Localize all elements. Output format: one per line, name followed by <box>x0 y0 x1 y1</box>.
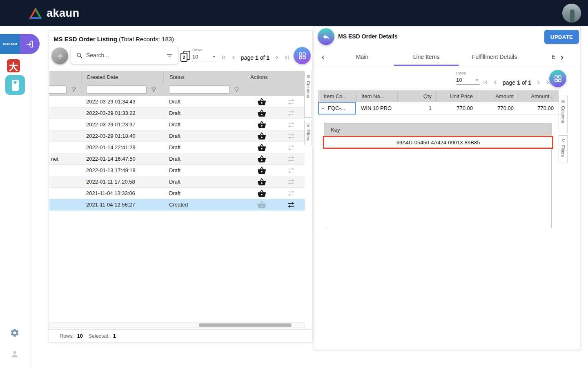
filter-input-created-date[interactable] <box>86 85 147 94</box>
transfer-icon[interactable] <box>287 189 296 198</box>
filter-list-icon[interactable] <box>166 52 173 59</box>
multi-page-icon[interactable]: 2 <box>180 51 191 62</box>
table-row[interactable]: 2022-03-29 01:33:22 Draft <box>49 108 305 119</box>
transfer-icon[interactable] <box>287 97 296 106</box>
table-side-tabs: Columns Filters <box>304 71 312 145</box>
page-front-sheet: 2 <box>180 53 187 62</box>
funnel-icon[interactable] <box>151 87 157 93</box>
horizontal-scrollbar[interactable] <box>49 322 305 328</box>
table-row[interactable]: 2021-11-04 13:33:06 Draft <box>49 188 305 199</box>
transfer-icon[interactable] <box>287 143 296 152</box>
settings-gear-icon[interactable] <box>10 328 20 338</box>
table-row[interactable]: 2022-01-11 17:20:58 Draft <box>49 176 305 188</box>
license-key-highlighted-row[interactable]: 69A4D-05450-4A424-09013-89B85 <box>323 136 553 149</box>
columns-side-tab[interactable]: Columns <box>304 71 312 118</box>
columns-icon <box>561 99 566 104</box>
table-row[interactable]: 2022-01-13 17:49:19 Draft <box>49 165 305 176</box>
col-header-amount[interactable]: Amount <box>478 90 519 102</box>
tabs-scroll-left-icon[interactable] <box>320 54 327 61</box>
col-header-amount-2[interactable]: Amount... <box>519 90 559 102</box>
basket-icon[interactable] <box>257 132 266 141</box>
section-divider <box>314 237 559 237</box>
col-header-unit-price[interactable]: Unit Price <box>437 90 478 102</box>
open-app-button[interactable] <box>20 34 40 54</box>
basket-icon[interactable] <box>257 177 266 186</box>
table-row[interactable]: net 2022-01-14 16:47:50 Draft <box>49 153 305 165</box>
columns-side-tab[interactable]: Columns <box>559 96 568 133</box>
ingram-app-tile[interactable]: INGRAM <box>0 34 20 54</box>
funnel-icon[interactable] <box>234 87 240 93</box>
listing-title: MS ESD Order Listing (Total Records: 183… <box>53 36 174 43</box>
user-avatar[interactable] <box>562 3 581 23</box>
transfer-icon[interactable] <box>287 155 296 164</box>
next-page-icon[interactable] <box>535 79 542 86</box>
col-header-item-code[interactable]: Item Co... <box>318 90 356 102</box>
col-header-0[interactable] <box>49 71 81 83</box>
profile-person-icon[interactable] <box>10 350 19 359</box>
tab-truncated[interactable]: E <box>551 54 557 60</box>
col-header-qty[interactable]: Qty <box>397 90 437 102</box>
table-row[interactable]: 2022-03-29 01:18:40 Draft <box>49 130 305 142</box>
scrollbar-thumb[interactable] <box>199 323 292 327</box>
last-page-icon[interactable] <box>283 54 290 61</box>
filters-side-tab[interactable]: Filters <box>304 120 312 145</box>
basket-icon[interactable] <box>257 143 266 152</box>
table-row[interactable]: 2022-03-29 01:34:43 Draft <box>49 96 305 108</box>
tab-line-items[interactable]: Line Items <box>394 54 459 60</box>
total-records-text: (Total Records: 183) <box>119 36 174 43</box>
red-app-tile[interactable]: 大 <box>7 59 20 72</box>
col-header-status[interactable]: Status <box>163 71 242 83</box>
basket-icon[interactable] <box>257 109 266 118</box>
cyan-app-tile[interactable] <box>5 75 25 95</box>
col-header-created-date[interactable]: Created Date <box>81 71 163 83</box>
order-listing-table: Created Date Status Actions 2022-03-29 0… <box>49 71 305 211</box>
tabs-scroll-right-icon[interactable] <box>558 54 566 61</box>
search-input[interactable] <box>86 52 163 58</box>
active-app-row: INGRAM <box>0 34 40 54</box>
first-page-icon[interactable] <box>482 79 489 86</box>
filters-side-tab[interactable]: Filters <box>559 135 568 162</box>
filter-input-col0[interactable] <box>48 85 67 94</box>
page-total: 1 <box>528 79 531 86</box>
amount-2-value: 770.00 <box>519 102 559 114</box>
transfer-icon[interactable] <box>287 177 296 186</box>
expand-chevron-icon[interactable] <box>320 105 326 112</box>
grid-view-button[interactable] <box>294 47 311 64</box>
col-header-item-name[interactable]: Item Na... <box>356 90 397 102</box>
transfer-icon[interactable] <box>287 200 296 209</box>
tab-main[interactable]: Main <box>346 54 379 60</box>
basket-icon[interactable] <box>257 97 266 106</box>
prev-page-icon[interactable] <box>492 79 499 86</box>
grid-view-button[interactable] <box>549 70 566 87</box>
table-row-selected[interactable]: 2021-11-04 12:56:27 Created <box>49 199 305 211</box>
transfer-icon[interactable] <box>287 132 296 141</box>
back-button[interactable] <box>318 28 334 45</box>
table-row[interactable]: 2022-01-14 22:41:29 Draft <box>49 142 305 153</box>
add-record-button[interactable] <box>51 47 68 64</box>
basket-icon[interactable] <box>257 166 266 175</box>
filter-input-status[interactable] <box>169 85 229 94</box>
ingram-logo-text: INGRAM <box>3 42 18 46</box>
basket-icon[interactable] <box>257 189 266 198</box>
transfer-icon[interactable] <box>287 166 296 175</box>
rows-per-page-select[interactable]: 10 <box>456 75 480 85</box>
basket-icon[interactable] <box>257 200 266 209</box>
rows-per-page-select[interactable]: 10 <box>192 52 217 61</box>
items-header-row: Item Co... Item Na... Qty Unit Price Amo… <box>318 90 559 102</box>
page-total: 1 <box>266 54 270 61</box>
line-items-table: Item Co... Item Na... Qty Unit Price Amo… <box>318 90 559 115</box>
transfer-icon[interactable] <box>287 109 296 118</box>
basket-icon[interactable] <box>257 120 266 129</box>
transfer-icon[interactable] <box>287 120 296 129</box>
funnel-icon[interactable] <box>71 87 77 93</box>
basket-icon[interactable] <box>257 155 266 164</box>
item-code-cell[interactable]: FQC-... <box>318 102 356 114</box>
col-header-actions[interactable]: Actions <box>242 71 305 83</box>
next-page-icon[interactable] <box>273 54 280 61</box>
tab-fulfillment-details[interactable]: Fulfillment Details <box>466 54 523 60</box>
first-page-icon[interactable] <box>220 54 227 61</box>
prev-page-icon[interactable] <box>230 54 237 61</box>
line-item-row[interactable]: FQC-... WIN 10 PRO 1 770.00 770.00 770.0… <box>318 102 559 115</box>
update-button[interactable]: UPDATE <box>544 30 579 44</box>
table-row[interactable]: 2022-03-29 01:23:37 Draft <box>49 119 305 130</box>
